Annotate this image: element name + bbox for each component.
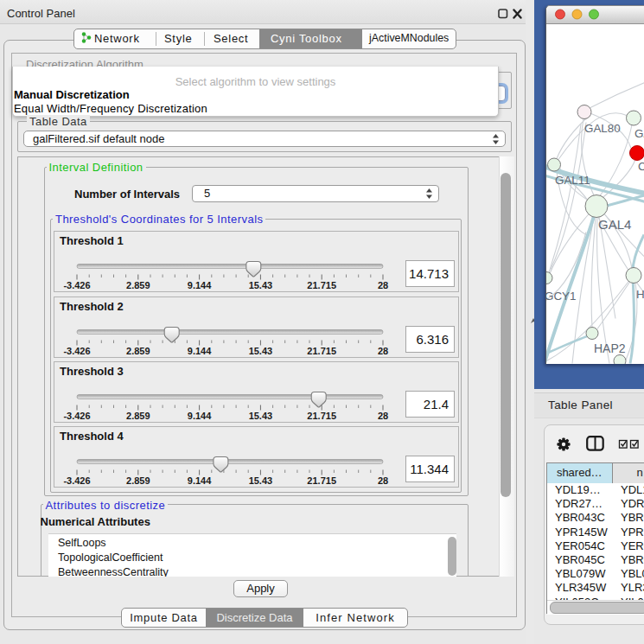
- svg-text:GCY1: GCY1: [546, 290, 576, 303]
- svg-text:28: 28: [378, 280, 388, 290]
- svg-text:2.859: 2.859: [126, 475, 150, 486]
- svg-text:GA: GA: [634, 127, 644, 140]
- svg-text:15.43: 15.43: [249, 411, 273, 421]
- svg-text:HAP2: HAP2: [594, 341, 626, 355]
- svg-text:9.144: 9.144: [188, 411, 212, 421]
- svg-text:-3.426: -3.426: [63, 411, 90, 421]
- svg-text:HI: HI: [636, 288, 644, 301]
- svg-text:15.43: 15.43: [249, 346, 273, 356]
- svg-text:28: 28: [378, 346, 388, 356]
- svg-text:2.859: 2.859: [126, 411, 150, 421]
- svg-text:-3.426: -3.426: [63, 346, 90, 356]
- svg-text:GAL80: GAL80: [584, 122, 621, 135]
- svg-text:21.715: 21.715: [307, 475, 336, 486]
- svg-text:28: 28: [378, 475, 388, 486]
- svg-text:9.144: 9.144: [188, 346, 212, 356]
- svg-text:-3.426: -3.426: [63, 475, 90, 486]
- svg-text:2.859: 2.859: [126, 280, 150, 290]
- svg-text:CY: CY: [638, 160, 644, 173]
- svg-text:21.715: 21.715: [307, 280, 336, 290]
- svg-text:GAL11: GAL11: [555, 174, 590, 187]
- svg-text:9.144: 9.144: [188, 280, 212, 290]
- svg-text:28: 28: [378, 411, 388, 421]
- svg-text:9.144: 9.144: [188, 475, 212, 486]
- svg-text:15.43: 15.43: [249, 280, 273, 290]
- svg-text:-3.426: -3.426: [63, 280, 90, 290]
- svg-text:15.43: 15.43: [249, 475, 273, 486]
- svg-text:GAL4: GAL4: [598, 217, 631, 232]
- svg-text:21.715: 21.715: [307, 346, 336, 356]
- svg-text:2.859: 2.859: [126, 346, 150, 356]
- svg-text:21.715: 21.715: [307, 411, 336, 421]
